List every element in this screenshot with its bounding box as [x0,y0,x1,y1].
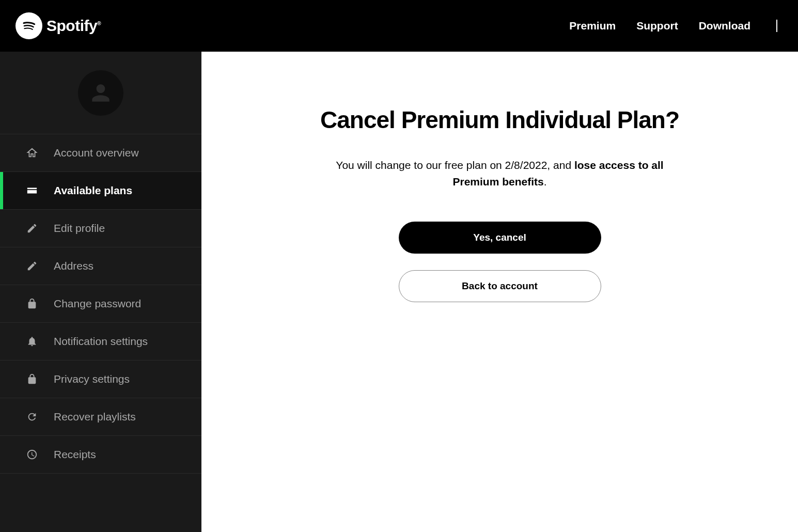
sidebar-item-label: Recover playlists [54,411,136,423]
bell-icon [26,335,38,348]
page-title: Cancel Premium Individual Plan? [320,106,679,134]
avatar [78,70,123,116]
sidebar-item-recover-playlists[interactable]: Recover playlists [0,398,201,436]
button-group: Yes, cancel Back to account [399,222,601,302]
page-description: You will change to our free plan on 2/8/… [319,157,681,190]
sidebar-item-available-plans[interactable]: Available plans [0,172,201,210]
sidebar-item-notification-settings[interactable]: Notification settings [0,323,201,361]
pencil-icon [26,260,38,272]
pencil-icon [26,222,38,234]
svg-rect-1 [27,190,37,193]
sidebar-item-label: Receipts [54,448,96,461]
back-to-account-button[interactable]: Back to account [399,270,601,302]
spotify-logo-icon [15,12,42,39]
nav-download[interactable]: Download [699,20,750,32]
spotify-logo-text: Spotify® [46,17,101,35]
card-icon [26,184,38,197]
sidebar-item-edit-profile[interactable]: Edit profile [0,210,201,247]
nav-support[interactable]: Support [636,20,678,32]
lock-icon [26,373,38,385]
sidebar-item-label: Notification settings [54,335,148,348]
sidebar-item-account-overview[interactable]: Account overview [0,134,201,172]
sidebar-item-address[interactable]: Address [0,247,201,285]
sidebar-item-change-password[interactable]: Change password [0,285,201,323]
sidebar-item-label: Account overview [54,147,139,159]
header-nav: Premium Support Download [569,20,777,32]
sidebar-item-privacy-settings[interactable]: Privacy settings [0,361,201,398]
sidebar-item-receipts[interactable]: Receipts [0,436,201,474]
spotify-logo[interactable]: Spotify® [15,12,101,39]
sidebar-item-label: Address [54,260,93,272]
sidebar-item-label: Change password [54,298,141,310]
avatar-section [0,52,201,134]
svg-rect-0 [27,188,37,190]
main-content: Cancel Premium Individual Plan? You will… [201,52,798,532]
nav-premium[interactable]: Premium [569,20,616,32]
home-icon [26,147,38,159]
refresh-icon [26,411,38,423]
confirm-cancel-button[interactable]: Yes, cancel [399,222,601,254]
lock-icon [26,298,38,310]
clock-icon [26,448,38,461]
header-divider [776,20,777,32]
sidebar-item-label: Available plans [54,184,132,197]
sidebar-item-label: Privacy settings [54,373,130,385]
header: Spotify® Premium Support Download [0,0,798,52]
sidebar-item-label: Edit profile [54,222,105,234]
sidebar: Account overview Available plans Edit pr… [0,52,201,532]
